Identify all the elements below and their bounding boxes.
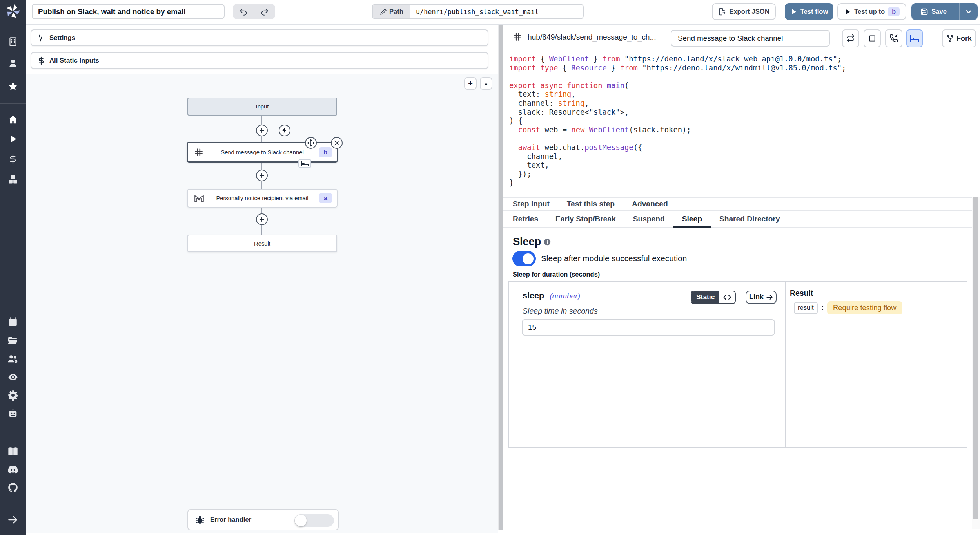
step-header: hub/849/slack/send_message_to_ch... Send… [503,25,980,49]
trigger[interactable] [279,125,290,136]
btn-sleep[interactable] [906,29,923,47]
advanced-tabs: Retries Early Stop/Break Suspend Sleep S… [503,211,980,228]
test-flow[interactable]: Test flow [785,3,833,20]
step-name[interactable]: Send message to Slack channel [671,30,830,47]
node-email[interactable]: Personally notice recipient via email a [187,189,338,208]
panel-divider [498,25,503,530]
btn-stop[interactable] [864,29,881,47]
settings[interactable]: Settings [31,29,488,46]
step-panel: hub/849/slack/send_message_to_ch... Send… [503,25,980,535]
tab-advanced[interactable]: Advanced [623,198,677,210]
flow-panel: Settings All Static Inputs + - Input Sen… [26,25,498,535]
step-tabs: Step Input Test this step Advanced [503,197,980,211]
tab-sleep[interactable]: Sleep [673,211,711,227]
topbar: Publish on Slack, wait and notice by ema… [26,0,980,25]
add-step-3[interactable] [256,213,268,225]
sleep-indicator [298,159,311,168]
logo [4,2,22,20]
all-static-inputs[interactable]: All Static Inputs [31,52,488,69]
node-result[interactable]: Result [187,235,337,252]
btn-suspend[interactable] [885,29,902,47]
zoom-out[interactable]: - [480,77,492,90]
move-step[interactable] [305,137,317,149]
undo-redo [233,4,275,19]
tab-shared-dir[interactable]: Shared Directory [711,211,789,227]
flow-name[interactable]: Publish on Slack, wait and notice by ema… [32,4,225,19]
tab-retries[interactable]: Retries [504,211,547,227]
sleep-value[interactable]: 15 [522,319,775,336]
btn-fork[interactable]: Fork [942,29,976,47]
node-input[interactable]: Input [187,98,337,116]
test-up-to[interactable]: Test up to b [837,3,906,20]
sidebar [0,0,26,535]
delete-step[interactable] [331,137,343,149]
tab-step-input[interactable]: Step Input [504,198,558,210]
sleep-config: sleep (number) Static Link Sleep time in… [508,281,967,448]
link[interactable]: Link [746,291,777,304]
sleep-toggle[interactable] [512,251,536,266]
sleep-section: Sleep Sleep after module successful exec… [503,228,980,535]
path: Path u/henri/publish_slack_wait_mail [372,4,584,19]
tab-early-stop[interactable]: Early Stop/Break [547,211,624,227]
btn-restart[interactable] [842,29,859,47]
export-json[interactable]: Export JSON [712,3,776,20]
error-handler[interactable]: Error handler [187,509,339,530]
tab-suspend[interactable]: Suspend [624,211,673,227]
add-step-1[interactable] [256,125,268,136]
static-toggle[interactable]: Static [691,291,736,304]
add-step-2[interactable] [256,170,268,181]
windmill-flow-editor: Publish on Slack, wait and notice by ema… [0,0,980,535]
flow-graph: + - Input Send message to Slack channel … [26,74,498,533]
zoom-in[interactable]: + [464,77,477,90]
tab-test-this-step[interactable]: Test this step [558,198,623,210]
code-editor: import { WebClient } from "https://deno.… [503,49,980,197]
save[interactable]: Save [911,3,978,20]
